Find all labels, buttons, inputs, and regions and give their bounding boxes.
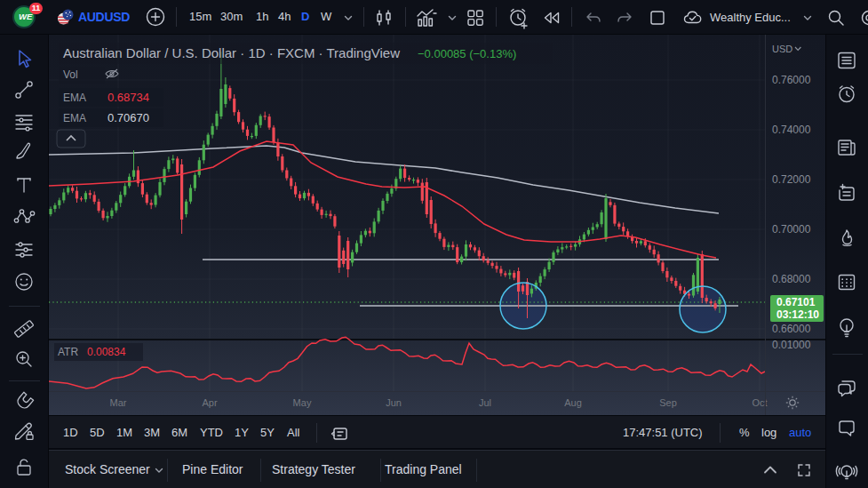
svg-text:0.66000: 0.66000 <box>772 323 811 335</box>
svg-text:May: May <box>293 397 312 408</box>
svg-text:0.00834: 0.00834 <box>87 346 126 358</box>
svg-text:0.74000: 0.74000 <box>772 124 811 136</box>
svg-text:Apr: Apr <box>202 397 217 408</box>
svg-text:Sep: Sep <box>659 397 677 408</box>
svg-text:Aug: Aug <box>564 397 582 408</box>
svg-text:0.76000: 0.76000 <box>772 74 811 86</box>
svg-text:Mar: Mar <box>110 397 127 408</box>
svg-text:0.70000: 0.70000 <box>772 223 811 236</box>
svg-text:0.67101: 0.67101 <box>776 296 816 308</box>
svg-text:Australian Dollar / U.S. Dolla: Australian Dollar / U.S. Dollar · 1D · F… <box>63 45 400 60</box>
svg-text:0.01000: 0.01000 <box>772 339 811 351</box>
svg-text:0.68000: 0.68000 <box>772 273 811 285</box>
svg-text:−0.00085 (−0.13%): −0.00085 (−0.13%) <box>418 47 516 60</box>
svg-text:0.70670: 0.70670 <box>108 111 149 124</box>
svg-text:ATR: ATR <box>58 346 78 358</box>
svg-text:0.72000: 0.72000 <box>772 173 811 186</box>
svg-text:Jul: Jul <box>479 397 491 408</box>
svg-text:EMA: EMA <box>63 112 86 124</box>
svg-text:Oct: Oct <box>752 397 767 408</box>
svg-text:03:12:10: 03:12:10 <box>776 308 819 321</box>
svg-text:Jun: Jun <box>386 397 402 408</box>
svg-text:USD: USD <box>772 44 792 54</box>
svg-text:0.68734: 0.68734 <box>108 91 149 104</box>
svg-text:Vol: Vol <box>63 68 78 81</box>
svg-text:EMA: EMA <box>63 92 86 104</box>
